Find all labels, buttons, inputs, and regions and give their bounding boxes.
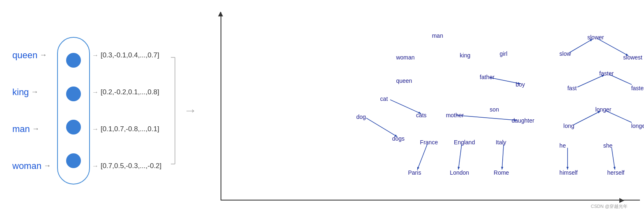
arrow-row-3: → [92, 148, 99, 185]
svg-line-13 [458, 144, 462, 170]
node-man: man [432, 32, 443, 39]
node-longest: longest [631, 123, 644, 129]
axes-container: manwomankingqueengirlfatherboycatcatsmot… [204, 8, 632, 213]
node-queen: queen [396, 77, 412, 84]
y-axis [221, 12, 221, 200]
node-slowest: slowest [623, 54, 642, 61]
node-slow: slow [559, 50, 571, 57]
arrow-man: → [32, 125, 39, 133]
node-woman: woman [396, 54, 414, 61]
arrow-row-2: → [92, 111, 99, 148]
node-she: she [603, 142, 613, 149]
watermark: CSDN @穿越光年 [591, 203, 628, 210]
arrows-from-circle: → → → → [92, 37, 99, 185]
svg-line-25 [573, 111, 600, 125]
x-axis-arrowhead [619, 198, 624, 203]
svg-line-5 [366, 118, 398, 137]
vector-labels: [0.3,-0.1,0.4,...,0.7] [0.2,-0.2,0.1,...… [101, 37, 161, 185]
arrow-woman: → [44, 162, 51, 170]
word-king: king → [12, 74, 53, 111]
node-Rome: Rome [494, 169, 509, 176]
arrow-queen: → [39, 51, 47, 59]
word-queen: queen → [12, 37, 53, 74]
node-daughter: daughter [512, 117, 534, 124]
node-England: England [454, 139, 475, 146]
main-container: queen → king → man → woman → [0, 0, 644, 221]
neuron-3 [66, 153, 81, 168]
svg-line-11 [417, 144, 427, 170]
vector-1: [0.2,-0.2,0.1,...,0.8] [101, 74, 161, 111]
node-cat: cat [380, 96, 388, 102]
vector-3: [0.7,0.5,-0.3,...,-0.2] [101, 148, 161, 185]
node-herself: herself [607, 169, 624, 176]
arrow-out-2: → [92, 125, 99, 133]
node-girl: girl [500, 50, 508, 57]
arrow-row-0: → [92, 37, 99, 74]
neuron-2 [66, 120, 81, 134]
node-longer: longer [595, 106, 611, 113]
node-Italy: Italy [496, 139, 506, 146]
arrow-out-1: → [92, 89, 99, 96]
arrow-out-0: → [92, 52, 99, 59]
node-king: king [460, 52, 471, 59]
node-London: London [450, 169, 469, 176]
arrow-row-1: → [92, 74, 99, 111]
node-long: long [564, 123, 574, 129]
node-dogs: dogs [392, 135, 405, 142]
word-man: man → [12, 111, 53, 148]
svg-line-9 [456, 115, 517, 120]
vector-0: [0.3,-0.1,0.4,...,0.7] [101, 37, 161, 74]
svg-line-15 [502, 144, 504, 170]
node-father: father [480, 74, 494, 80]
to-space-arrow: → [184, 103, 197, 118]
node-he: he [559, 142, 566, 149]
left-section: queen → king → man → woman → [12, 37, 200, 185]
node-fastest: fastest [631, 85, 644, 91]
node-mother: mother [446, 112, 464, 118]
x-axis [221, 200, 640, 200]
word-woman: woman → [12, 148, 53, 185]
node-faster: faster [599, 70, 614, 77]
node-cats: cats [416, 112, 427, 118]
neural-circle [57, 37, 90, 185]
node-dog: dog [356, 114, 366, 120]
neuron-0 [66, 53, 81, 68]
node-Paris: Paris [408, 169, 421, 176]
arrow-king: → [31, 88, 38, 96]
svg-line-19 [597, 39, 628, 56]
svg-line-31 [612, 148, 615, 169]
word-labels: queen → king → man → woman → [12, 37, 53, 185]
svg-line-17 [569, 39, 593, 52]
right-section: manwomankingqueengirlfatherboycatcatsmot… [204, 8, 632, 213]
arrow-out-3: → [92, 162, 99, 170]
node-himself: himself [559, 169, 577, 176]
node-boy: boy [515, 81, 525, 88]
arrows-svg [204, 8, 632, 213]
node-son: son [490, 106, 499, 113]
node-fast: fast [567, 85, 577, 91]
neuron-1 [66, 87, 81, 101]
node-slower: slower [587, 34, 604, 41]
vector-2: [0.1,0.7,-0.8,...,0.1] [101, 111, 161, 148]
node-France: France [420, 139, 438, 146]
